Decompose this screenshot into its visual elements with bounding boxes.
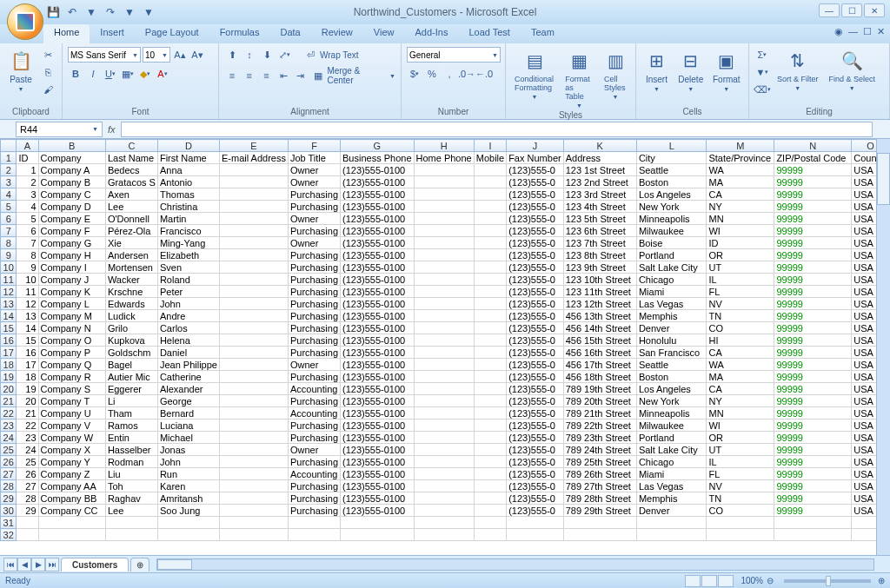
cell[interactable]: Company G — [38, 237, 105, 249]
cell[interactable]: Owner — [288, 213, 340, 225]
cell[interactable]: Alexander — [157, 383, 219, 395]
cell[interactable]: Goldschm — [105, 347, 157, 359]
orientation-icon[interactable]: ⤢▾ — [276, 47, 292, 63]
cell[interactable]: (123)555-0100 — [341, 310, 415, 322]
delete-cells-button[interactable]: ⊟Delete▼ — [675, 47, 707, 94]
cell[interactable]: Helena — [157, 334, 219, 347]
cell[interactable]: 26 — [17, 468, 38, 480]
undo-dropdown-icon[interactable]: ▼ — [83, 4, 99, 20]
cell[interactable]: Pérez-Ola — [105, 225, 157, 237]
cell[interactable] — [219, 420, 288, 432]
cell[interactable]: 99999 — [774, 176, 852, 188]
cell[interactable] — [474, 334, 506, 347]
underline-button[interactable]: U▾ — [103, 66, 118, 82]
cell[interactable]: Purchasing — [288, 420, 340, 432]
cell[interactable]: 14 — [17, 322, 38, 334]
cell[interactable]: Memphis — [636, 492, 707, 505]
cell[interactable] — [219, 237, 288, 249]
cell[interactable] — [474, 322, 506, 334]
cell[interactable]: (123)555-0 — [507, 188, 564, 201]
cell[interactable]: 123 9th Street — [563, 261, 636, 274]
autosum-icon[interactable]: Σ▾ — [754, 47, 770, 63]
cell[interactable] — [507, 517, 564, 529]
cell[interactable] — [219, 298, 288, 310]
cell[interactable] — [157, 529, 219, 541]
cell[interactable] — [341, 517, 415, 529]
cell[interactable]: 99999 — [774, 371, 852, 383]
sort-filter-button[interactable]: ⇅Sort & Filter▼ — [774, 47, 822, 93]
cell[interactable]: Company J — [38, 274, 105, 286]
page-break-view-icon[interactable] — [718, 575, 734, 587]
worksheet-grid[interactable]: ABCDEFGHIJKLMNO1IDCompanyLast NameFirst … — [0, 139, 890, 555]
cell[interactable]: Company O — [38, 334, 105, 347]
cell[interactable]: 99999 — [774, 286, 852, 298]
cell[interactable]: (123)555-0100 — [341, 456, 415, 468]
cell[interactable]: 99999 — [774, 432, 852, 444]
cell[interactable] — [219, 261, 288, 274]
cell[interactable]: Raghav — [105, 492, 157, 505]
tab-team[interactable]: Team — [521, 24, 565, 43]
cell[interactable]: 789 21th Street — [563, 407, 636, 420]
cell[interactable]: Purchasing — [288, 188, 340, 201]
font-size-selector[interactable]: 10▼ — [143, 47, 170, 63]
cell[interactable] — [507, 529, 564, 541]
cell[interactable]: State/Province — [707, 152, 774, 164]
cell[interactable] — [414, 371, 474, 383]
grow-font-icon[interactable]: A▴ — [172, 47, 188, 63]
cell[interactable] — [414, 529, 474, 541]
cell[interactable]: Portland — [636, 249, 707, 261]
cell[interactable]: Entin — [105, 432, 157, 444]
wrap-text-icon[interactable]: ⏎ — [302, 47, 318, 63]
cell[interactable]: ID — [17, 152, 38, 164]
row-header[interactable]: 32 — [1, 529, 17, 541]
cell[interactable]: (123)555-0 — [507, 420, 564, 432]
cell[interactable]: CA — [707, 383, 774, 395]
cell[interactable] — [774, 517, 852, 529]
cell[interactable]: Carlos — [157, 322, 219, 334]
cell[interactable]: Anna — [157, 164, 219, 176]
cell[interactable] — [219, 334, 288, 347]
row-header[interactable]: 22 — [1, 407, 17, 420]
cell[interactable]: Company H — [38, 249, 105, 261]
tab-review[interactable]: Review — [311, 24, 363, 43]
cell[interactable]: Company K — [38, 286, 105, 298]
cell[interactable] — [474, 188, 506, 201]
cell[interactable]: 99999 — [774, 395, 852, 407]
cell[interactable]: 3 — [17, 188, 38, 201]
cell[interactable] — [219, 164, 288, 176]
column-header-H[interactable]: H — [414, 140, 474, 152]
cell[interactable]: 24 — [17, 444, 38, 456]
cell[interactable]: Address — [563, 152, 636, 164]
cell[interactable] — [219, 383, 288, 395]
cell[interactable]: OR — [707, 432, 774, 444]
cell[interactable]: Company L — [38, 298, 105, 310]
row-header[interactable]: 28 — [1, 480, 17, 492]
cell[interactable]: Gratacos S — [105, 176, 157, 188]
cell[interactable]: 15 — [17, 334, 38, 347]
cell[interactable] — [414, 468, 474, 480]
cell[interactable]: 1 — [17, 164, 38, 176]
cell[interactable]: TN — [707, 492, 774, 505]
column-header-C[interactable]: C — [105, 140, 157, 152]
cell[interactable]: 99999 — [774, 249, 852, 261]
cell[interactable]: Company M — [38, 310, 105, 322]
cell[interactable] — [414, 249, 474, 261]
cell[interactable] — [219, 176, 288, 188]
page-layout-view-icon[interactable] — [701, 575, 717, 587]
cell[interactable]: Milwaukee — [636, 225, 707, 237]
cell[interactable]: (123)555-0100 — [341, 505, 415, 517]
cell[interactable]: Purchasing — [288, 261, 340, 274]
decrease-indent-icon[interactable]: ⇤ — [276, 68, 291, 83]
help-icon[interactable]: ◉ — [834, 26, 843, 37]
cell[interactable]: Miami — [636, 286, 707, 298]
cell[interactable] — [414, 492, 474, 505]
cell[interactable]: Chicago — [636, 274, 707, 286]
cell[interactable]: Salt Lake City — [636, 261, 707, 274]
row-header[interactable]: 2 — [1, 164, 17, 176]
cell[interactable]: Lee — [105, 505, 157, 517]
cell[interactable]: (123)555-0 — [507, 456, 564, 468]
cell[interactable]: Accounting — [288, 468, 340, 480]
cell[interactable] — [474, 261, 506, 274]
cell[interactable] — [219, 529, 288, 541]
cell[interactable] — [219, 505, 288, 517]
